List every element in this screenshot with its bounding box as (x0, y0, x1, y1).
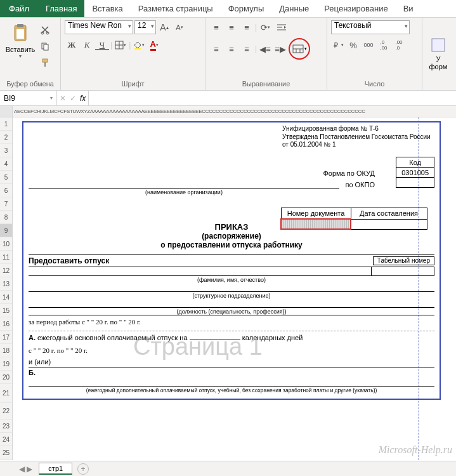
tab-review[interactable]: Рецензирование (316, 0, 395, 17)
order-subject: о предоставлении отпуска работнику (29, 241, 434, 249)
docnum-cell-selected[interactable] (281, 219, 351, 229)
format-painter-button[interactable] (38, 56, 52, 70)
shrink-font-button[interactable]: A▾ (173, 20, 186, 34)
row-header-active[interactable]: 9 (0, 224, 12, 237)
column-headers[interactable]: AECCEFCHIJKLMCFCFSTUWXYZAAAAAAAAAAAAAAAA… (0, 106, 456, 117)
row-header[interactable]: 20 (0, 371, 12, 384)
work-period[interactable]: за период работы с " " 20 г. по " " 20 г… (29, 315, 434, 328)
orientation-button[interactable]: ⟳▾ (258, 20, 272, 34)
row-header[interactable]: 12 (0, 264, 12, 277)
decrease-decimal-button[interactable]: ,00,0 (392, 38, 406, 52)
section-b: Б. (29, 367, 434, 378)
worksheet-grid[interactable]: Унифицированная форма № Т-6 Утверждена П… (13, 117, 456, 460)
row-header[interactable]: 17 (0, 331, 12, 344)
font-name-select[interactable]: Times New Ron (65, 20, 133, 34)
font-color-button[interactable]: A▾ (147, 38, 161, 52)
extra-line[interactable] (29, 378, 434, 387)
fx-icon[interactable]: fx (80, 94, 86, 103)
cancel-icon[interactable]: ✕ (60, 94, 66, 103)
select-all-triangle[interactable] (0, 106, 13, 117)
okpo-value[interactable] (396, 178, 434, 188)
tab-home[interactable]: Главная (38, 0, 84, 17)
align-left-button[interactable]: ≡ (209, 42, 223, 56)
row-header[interactable]: 25 (0, 446, 12, 459)
row-header[interactable]: 1 (0, 117, 12, 131)
align-right-button[interactable]: ≡ (240, 42, 254, 56)
employee-line[interactable] (29, 267, 371, 276)
row-headers[interactable]: 1 2 3 4 5 6 7 8 9 10 11 12 13 14 15 16 1… (0, 117, 13, 460)
row-header[interactable]: 7 (0, 197, 12, 211)
row-header[interactable]: 16 (0, 317, 12, 331)
percent-format-button[interactable]: % (346, 38, 360, 52)
row-header[interactable]: 8 (0, 211, 12, 224)
sheet-nav-icon[interactable]: ◀ ▶ (19, 465, 32, 473)
add-sheet-button[interactable]: + (77, 463, 89, 475)
row-header[interactable]: 6 (0, 184, 12, 197)
sheet-tab-active[interactable]: стр1 (39, 463, 72, 475)
row-header[interactable]: 11 (0, 251, 12, 264)
row-header[interactable]: 5 (0, 171, 12, 184)
enter-icon[interactable]: ✓ (70, 94, 76, 103)
row-header[interactable]: 24 (0, 433, 12, 446)
okud-value[interactable]: 0301005 (396, 168, 434, 178)
increase-indent-button[interactable]: ≡▶ (273, 42, 287, 56)
increase-decimal-button[interactable]: ,0,00 (377, 38, 391, 52)
grow-font-button[interactable]: A▴ (157, 20, 171, 34)
formula-bar: BI9 ✕ ✓ fx (0, 91, 456, 106)
row-header[interactable]: 15 (0, 304, 12, 317)
fio-caption: (фамилия, имя, отчество) (29, 277, 434, 283)
row-header[interactable]: 18 (0, 344, 12, 357)
svg-rect-6 (44, 44, 48, 50)
wrap-text-button[interactable] (273, 20, 290, 34)
svg-rect-2 (16, 29, 24, 39)
number-format-select[interactable]: Текстовый (331, 20, 410, 34)
tab-page-layout[interactable]: Разметка страницы (131, 0, 221, 17)
align-bottom-button[interactable]: ≡ (240, 20, 254, 34)
docnum-header: Номер документа (281, 208, 351, 220)
okpo-label: по ОКПО (345, 181, 375, 188)
cond-format-cut[interactable]: У форм (429, 36, 448, 70)
align-middle-button[interactable]: ≡ (225, 20, 238, 34)
row-header[interactable]: 19 (0, 357, 12, 371)
tab-file[interactable]: Файл (0, 0, 38, 17)
vacation-dates[interactable]: с " " 20 г. по " " 20 г. (29, 344, 434, 357)
code-table: Код 0301005 (396, 157, 434, 188)
align-center-button[interactable]: ≡ (225, 42, 238, 56)
bold-button[interactable]: Ж (65, 38, 79, 52)
row-header[interactable]: 2 (0, 131, 12, 144)
name-box[interactable]: BI9 (0, 91, 57, 105)
tab-insert[interactable]: Вставка (84, 0, 130, 17)
row-header[interactable]: 22 (0, 403, 12, 420)
merge-cells-button[interactable]: ▾ (289, 38, 310, 60)
dept-line[interactable] (29, 283, 434, 292)
position-line[interactable] (29, 299, 434, 308)
borders-button[interactable]: ▾ (114, 38, 127, 52)
paste-button[interactable]: Вставить ▾ (4, 22, 37, 60)
align-top-button[interactable]: ≡ (209, 20, 223, 34)
comma-format-button[interactable]: 000 (362, 38, 375, 52)
copy-button[interactable] (38, 39, 52, 53)
row-header[interactable]: 23 (0, 420, 12, 433)
tab-formulas[interactable]: Формулы (221, 0, 272, 17)
org-name-line[interactable] (29, 180, 339, 188)
font-size-select[interactable]: 12 (134, 20, 156, 34)
row-header[interactable]: 10 (0, 237, 12, 251)
decrease-indent-button[interactable]: ◀≡ (258, 42, 272, 56)
tab-data[interactable]: Данные (271, 0, 316, 17)
tab-view-cut[interactable]: Ви (396, 0, 421, 17)
column-header-letters[interactable]: AECCEFCHIJKLMCFCFSTUWXYZAAAAAAAAAAAAAAAA… (13, 106, 456, 117)
cut-button[interactable] (38, 23, 52, 37)
row-header[interactable]: 3 (0, 144, 12, 157)
underline-button[interactable]: Ч (95, 41, 109, 50)
docdate-cell[interactable] (351, 219, 427, 229)
row-header[interactable]: 4 (0, 157, 12, 171)
italic-button[interactable]: К (80, 38, 94, 52)
row-header[interactable]: 21 (0, 384, 12, 403)
row-header[interactable]: 13 (0, 277, 12, 291)
form-header-line1: Унифицированная форма № Т-6 (282, 125, 434, 133)
row-header[interactable]: 14 (0, 291, 12, 304)
accounting-format-button[interactable]: ₽▾ (331, 38, 345, 52)
tabnum-cell[interactable] (371, 267, 434, 276)
formula-input[interactable] (89, 91, 456, 105)
fill-color-button[interactable]: ▾ (132, 38, 146, 52)
